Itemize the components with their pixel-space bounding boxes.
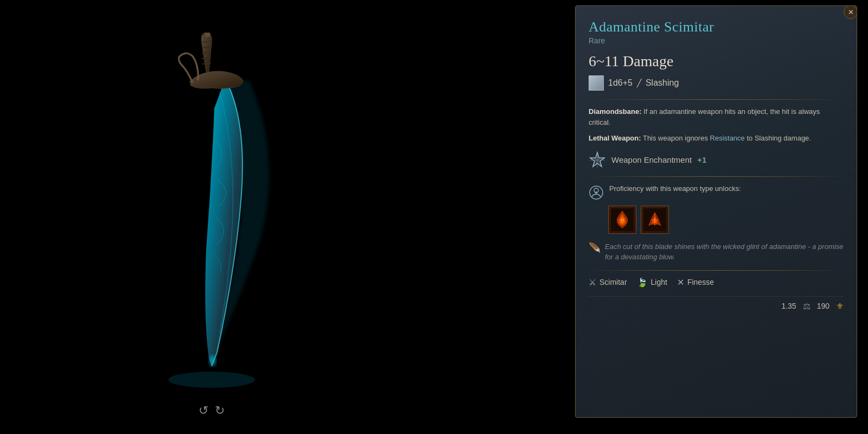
svg-point-6 [204, 33, 210, 38]
damage-dice: 1d6+5 [608, 78, 633, 88]
item-name: Adamantine Scimitar [589, 19, 844, 35]
rotate-left-button[interactable]: ↺ [199, 404, 208, 418]
close-button[interactable]: ✕ [844, 5, 857, 19]
lethal-text: This weapon ignores [643, 134, 710, 142]
property-diamondsbane: Diamondsbane: If an adamantine weapon hi… [589, 106, 844, 127]
enchantment-icon [589, 151, 606, 169]
tags-row: ⚔ Scimitar 🍃 Light ✕ Finesse [589, 277, 844, 288]
lethal-text2: to Slashing damage. [745, 134, 811, 142]
tag-finesse-label: Finesse [687, 278, 714, 286]
diamondsbane-name: Diamondsbane: [589, 107, 642, 116]
proficiency-row: Proficiency with this weapon type unlock… [589, 184, 844, 200]
tag-light-label: Light [651, 278, 667, 286]
resistance-link: Resistance [710, 134, 745, 142]
divider-1 [589, 99, 844, 100]
dice-icon [589, 75, 604, 91]
svg-rect-9 [591, 78, 602, 88]
tag-finesse: ✕ Finesse [677, 277, 714, 288]
svg-point-21 [595, 192, 597, 194]
svg-point-12 [593, 85, 595, 87]
property-lethal: Lethal Weapon: This weapon ignores Resis… [589, 133, 844, 144]
enchantment-row: Weapon Enchantment +1 [589, 151, 844, 169]
svg-point-13 [598, 85, 600, 87]
tag-scimitar: ⚔ Scimitar [589, 277, 627, 288]
svg-rect-8 [590, 76, 603, 90]
svg-point-0 [168, 372, 255, 388]
ability-icons-row [608, 206, 844, 234]
feather-icon: 🪶 [589, 242, 601, 254]
weight-icon: ⚖ [803, 301, 810, 311]
lethal-name: Lethal Weapon: [589, 134, 641, 142]
ability-icon-1[interactable] [608, 206, 636, 234]
rotate-controls: ↺ ↻ [199, 404, 225, 418]
divider-3 [589, 270, 844, 271]
finesse-tag-icon: ✕ [677, 277, 684, 288]
light-tag-icon: 🍃 [637, 277, 648, 288]
enchantment-label: Weapon Enchantment [611, 155, 692, 164]
svg-point-11 [598, 80, 600, 82]
damage-type: Slashing [646, 78, 679, 88]
svg-point-14 [595, 82, 597, 84]
gold-icon: ⚜ [836, 301, 844, 311]
ability-icon-2[interactable] [641, 206, 669, 234]
proficiency-text: Proficiency with this weapon type unlock… [609, 184, 741, 193]
enchantment-bonus: +1 [697, 155, 706, 164]
damage-detail: 1d6+5 ╱ Slashing [589, 75, 844, 91]
divider-2 [589, 176, 844, 177]
weight-value: 1.35 [781, 302, 796, 310]
scimitar-tag-icon: ⚔ [589, 277, 596, 288]
rotate-right-button[interactable]: ↻ [215, 404, 225, 418]
stats-row: 1.35 ⚖ 190 ⚜ [589, 296, 844, 311]
weapon-illustration [98, 33, 326, 401]
item-rarity: Rare [589, 36, 844, 45]
flavor-row: 🪶 Each cut of this blade shines with the… [589, 241, 844, 263]
proficiency-icon [589, 185, 604, 200]
svg-point-10 [593, 80, 595, 82]
price-value: 190 [817, 302, 829, 310]
tag-light: 🍃 Light [637, 277, 667, 288]
damage-range: 6~11 Damage [589, 53, 844, 70]
slash-type-icon: ╱ [637, 79, 641, 88]
item-info-panel: ✕ Adamantine Scimitar Rare 6~11 Damage 1… [575, 5, 857, 418]
flavor-text: Each cut of this blade shines with the w… [605, 241, 844, 263]
weapon-image-area: ↺ ↻ [0, 0, 423, 434]
svg-point-7 [209, 355, 216, 366]
tag-scimitar-label: Scimitar [599, 278, 627, 286]
